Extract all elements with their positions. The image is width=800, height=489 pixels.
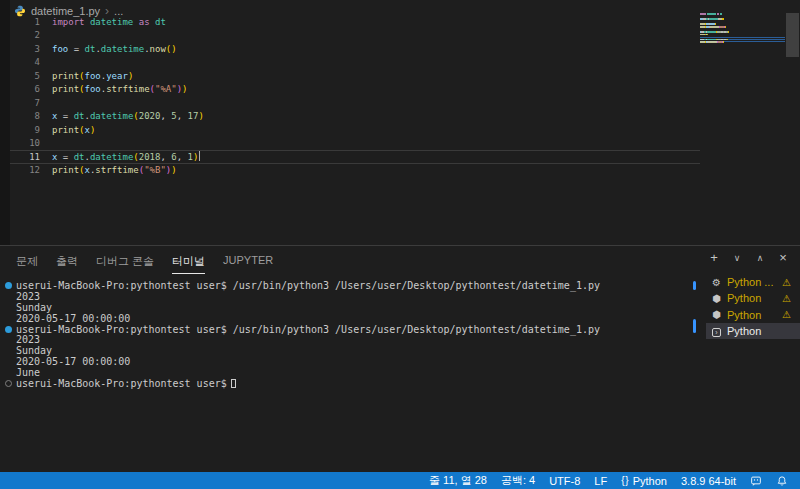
minimap-token bbox=[720, 13, 722, 15]
panel-tab-item[interactable]: 출력 bbox=[56, 254, 78, 274]
code-token: = bbox=[68, 44, 84, 54]
minimap[interactable] bbox=[700, 13, 785, 44]
status-eol[interactable]: LF bbox=[594, 475, 607, 487]
terminal-row[interactable]: 2023 bbox=[0, 291, 700, 302]
terminal-text: 2023 bbox=[16, 291, 40, 302]
terminal-row[interactable]: 2020-05-17 00:00:00 bbox=[0, 356, 700, 367]
warning-icon: ⚠ bbox=[782, 277, 791, 288]
panel-tab-item[interactable]: 디버그 콘솔 bbox=[96, 254, 154, 274]
code-line[interactable]: 11x = dt.datetime(2018, 6, 1) bbox=[10, 150, 710, 164]
minimap-token bbox=[708, 41, 716, 43]
prompt-marker-icon bbox=[0, 380, 16, 387]
line-number[interactable]: 6 bbox=[10, 84, 40, 94]
code-token: datetime bbox=[90, 111, 133, 121]
panel-tab-active[interactable]: 터미널 bbox=[172, 254, 205, 274]
code-token: ) bbox=[128, 71, 133, 81]
line-number[interactable]: 2 bbox=[10, 30, 40, 40]
terminal-row[interactable]: userui-MacBook-Pro:pythontest user$ /usr… bbox=[0, 280, 700, 291]
code-line[interactable]: 5print(foo.year) bbox=[10, 69, 710, 83]
code-area[interactable]: 1import datetime as dt23foo = dt.datetim… bbox=[10, 15, 710, 177]
terminal-list-item[interactable]: ⬢Python⚠ bbox=[706, 307, 800, 323]
code-line[interactable]: 9print(x) bbox=[10, 123, 710, 137]
terminal-row[interactable]: Sunday bbox=[0, 345, 700, 356]
terminal-list-item[interactable]: ⚙Python ...⚠ bbox=[706, 274, 800, 290]
line-number[interactable]: 11 bbox=[10, 152, 40, 162]
terminal-text: 2020-05-17 00:00:00 bbox=[16, 313, 130, 324]
terminal-picker-dropdown[interactable]: ∨ bbox=[730, 253, 744, 263]
code-line[interactable]: 8x = dt.datetime(2020, 5, 17) bbox=[10, 110, 710, 124]
command-dot bbox=[5, 282, 12, 289]
code-token: strftime bbox=[95, 165, 138, 175]
line-number[interactable]: 5 bbox=[10, 71, 40, 81]
minimap-token bbox=[710, 26, 718, 28]
line-number[interactable]: 9 bbox=[10, 125, 40, 135]
minimap-line bbox=[700, 34, 785, 36]
code-token: ) bbox=[198, 111, 203, 121]
status-indentation[interactable]: 공백: 4 bbox=[501, 473, 535, 488]
status-python-interpreter-label: 3.8.9 64-bit bbox=[681, 475, 736, 487]
status-language-mode[interactable]: { }Python bbox=[621, 475, 667, 487]
status-notifications[interactable] bbox=[776, 475, 788, 487]
terminal-list-label: Python bbox=[727, 325, 761, 337]
code-line[interactable]: 10 bbox=[10, 137, 710, 151]
line-number[interactable]: 4 bbox=[10, 57, 40, 67]
bottom-panel: 문제출력디버그 콘솔터미널JUPYTER +∨∧× userui-MacBook… bbox=[0, 245, 800, 472]
terminal-row[interactable]: Sunday bbox=[0, 302, 700, 313]
line-number[interactable]: 3 bbox=[10, 44, 40, 54]
command-marker-icon bbox=[0, 282, 16, 289]
code-line[interactable]: 4 bbox=[10, 56, 710, 70]
code-token: strftime bbox=[106, 84, 149, 94]
line-number[interactable]: 10 bbox=[10, 138, 40, 148]
minimap-line bbox=[700, 23, 785, 25]
code-token: dt bbox=[74, 111, 85, 121]
line-number[interactable]: 8 bbox=[10, 111, 40, 121]
cube-icon: ⬢ bbox=[710, 309, 723, 320]
terminal-tabs-list: ⚙Python ...⚠⬢Python⚠⬢Python⚠›Python bbox=[706, 274, 800, 339]
terminal-text: Sunday bbox=[16, 302, 52, 313]
code-line[interactable]: 3foo = dt.datetime.now() bbox=[10, 42, 710, 56]
line-number[interactable]: 7 bbox=[10, 98, 40, 108]
terminal-row[interactable]: userui-MacBook-Pro:pythontest user$ bbox=[0, 378, 700, 389]
editor-scrollbar[interactable] bbox=[786, 13, 799, 57]
status-bar: 줄 11, 열 28공백: 4UTF-8LF{ }Python3.8.9 64-… bbox=[0, 472, 800, 489]
minimap-token bbox=[727, 39, 728, 41]
code-line[interactable]: 7 bbox=[10, 96, 710, 110]
terminal-row[interactable]: June bbox=[0, 367, 700, 378]
line-number[interactable]: 1 bbox=[10, 17, 40, 27]
code-token: = bbox=[57, 111, 73, 121]
terminal-text: userui-MacBook-Pro:pythontest user$ /usr… bbox=[16, 280, 600, 291]
line-number[interactable]: 12 bbox=[10, 165, 40, 175]
code-token: 17 bbox=[188, 111, 199, 121]
status-feedback[interactable] bbox=[750, 475, 762, 487]
code-line[interactable]: 1import datetime as dt bbox=[10, 15, 710, 29]
code-token: import bbox=[52, 17, 85, 27]
close-panel-button[interactable]: × bbox=[776, 250, 790, 265]
status-cursor-position[interactable]: 줄 11, 열 28 bbox=[429, 473, 487, 488]
panel-tab-item[interactable]: JUPYTER bbox=[223, 254, 273, 274]
new-terminal-button[interactable]: + bbox=[707, 250, 721, 265]
status-python-interpreter[interactable]: 3.8.9 64-bit bbox=[681, 475, 736, 487]
code-text: print(x.strftime("%B")) bbox=[52, 165, 177, 175]
terminal-row[interactable]: 2020-05-17 00:00:00 bbox=[0, 313, 700, 324]
terminal-list-item[interactable]: ⬢Python⚠ bbox=[706, 290, 800, 306]
terminal-list-label: Python ... bbox=[727, 276, 773, 288]
text-cursor bbox=[199, 151, 200, 161]
terminal-row[interactable]: 2023 bbox=[0, 334, 700, 345]
maximize-panel-button[interactable]: ∧ bbox=[753, 253, 767, 263]
code-text: import datetime as dt bbox=[52, 17, 166, 27]
status-indentation-label: 공백: 4 bbox=[501, 473, 535, 488]
status-encoding[interactable]: UTF-8 bbox=[549, 475, 580, 487]
code-line[interactable]: 12print(x.strftime("%B")) bbox=[10, 164, 710, 178]
code-token: ) bbox=[171, 165, 176, 175]
terminal-list-item[interactable]: ›Python bbox=[706, 323, 800, 339]
code-text: x = dt.datetime(2020, 5, 17) bbox=[52, 111, 204, 121]
status-cursor-position-label: 줄 11, 열 28 bbox=[429, 473, 487, 488]
terminal-row[interactable]: userui-MacBook-Pro:pythontest user$ /usr… bbox=[0, 324, 700, 335]
terminal-command-decoration bbox=[693, 319, 696, 333]
chevron-down-icon: ∨ bbox=[734, 253, 741, 263]
code-line[interactable]: 6print(foo.strftime("%A")) bbox=[10, 83, 710, 97]
panel-tab-item[interactable]: 문제 bbox=[16, 254, 38, 274]
terminal-output[interactable]: userui-MacBook-Pro:pythontest user$ /usr… bbox=[0, 280, 700, 389]
terminal-list-label: Python bbox=[727, 292, 761, 304]
code-line[interactable]: 2 bbox=[10, 29, 710, 43]
